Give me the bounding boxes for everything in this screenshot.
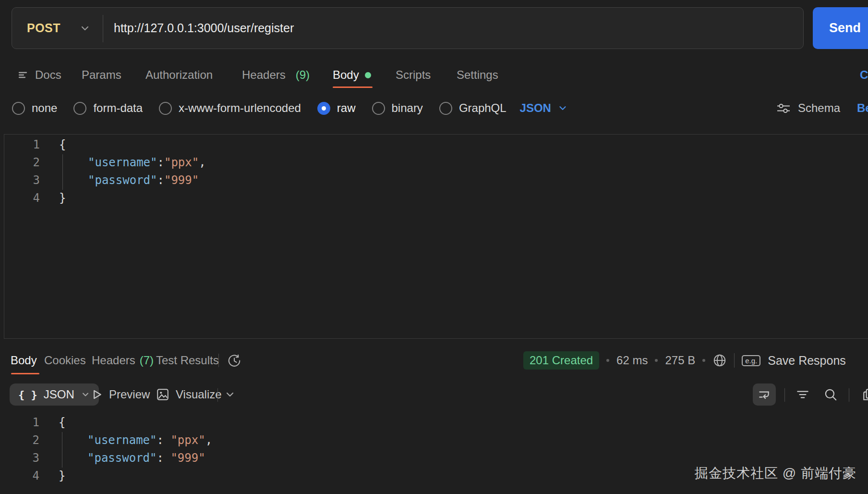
radio-none[interactable]: none bbox=[12, 101, 57, 115]
code-text: } bbox=[59, 189, 66, 207]
radio-raw-selected[interactable]: raw bbox=[317, 101, 356, 115]
code-text: } bbox=[59, 467, 65, 485]
code-text: "password": "999" bbox=[59, 449, 205, 467]
response-tab-headers[interactable]: Headers(7) bbox=[92, 347, 154, 373]
tab-docs[interactable]: Docs bbox=[17, 62, 61, 87]
radio-form-data[interactable]: form-data bbox=[73, 101, 143, 115]
code-text: "username": "ppx", bbox=[59, 432, 212, 449]
response-tab-test-results[interactable]: Test Results bbox=[156, 347, 219, 373]
response-tab-body[interactable]: Body bbox=[11, 347, 37, 373]
dot-separator bbox=[606, 359, 609, 362]
response-format-select[interactable]: { } JSON bbox=[10, 383, 99, 406]
cookies-link[interactable]: C bbox=[860, 62, 868, 87]
body-type-selector: none form-data x-www-form-urlencoded raw… bbox=[12, 95, 568, 121]
tab-headers-label: Headers bbox=[242, 68, 286, 82]
line-number: 3 bbox=[4, 449, 39, 467]
response-tab-body-label: Body bbox=[11, 354, 37, 367]
tab-settings[interactable]: Settings bbox=[457, 62, 498, 87]
status-badge: 201 Created bbox=[523, 351, 599, 370]
preview-label: Preview bbox=[109, 388, 150, 401]
more-views-dropdown[interactable] bbox=[224, 382, 236, 407]
example-icon: e.g. bbox=[742, 355, 760, 366]
network-globe-icon[interactable] bbox=[712, 353, 727, 368]
raw-format-select[interactable]: JSON bbox=[520, 101, 568, 115]
code-line-3: 3 "password":"999" bbox=[4, 172, 868, 189]
tab-scripts[interactable]: Scripts bbox=[396, 62, 431, 87]
play-icon bbox=[90, 388, 103, 401]
response-status-bar: 201 Created 62 ms 275 B e.g. Save Respon… bbox=[523, 347, 846, 373]
response-history-button[interactable] bbox=[227, 347, 241, 373]
schema-button[interactable]: Schema bbox=[776, 95, 840, 121]
wrap-text-button[interactable] bbox=[753, 383, 776, 406]
divider bbox=[217, 388, 218, 402]
chevron-down-icon bbox=[557, 103, 568, 113]
response-tab-test-results-label: Test Results bbox=[156, 354, 219, 367]
dot-separator bbox=[702, 359, 705, 362]
active-tab-underline bbox=[333, 86, 373, 88]
tab-headers[interactable]: Headers(9) bbox=[242, 62, 310, 87]
code-text: "username":"ppx", bbox=[59, 154, 206, 172]
code-text: { bbox=[59, 414, 65, 432]
visualize-label: Visualize bbox=[176, 388, 222, 401]
line-number: 1 bbox=[4, 414, 39, 432]
tab-body[interactable]: Body bbox=[333, 62, 371, 87]
radio-binary-label: binary bbox=[392, 101, 423, 115]
url-bar: POST http://127.0.0.1:3000/user/register bbox=[12, 7, 804, 49]
filter-button[interactable] bbox=[791, 383, 814, 406]
radio-circle-icon bbox=[159, 102, 172, 115]
request-body-editor[interactable]: 1 { 2 "username":"ppx", 3 "password":"99… bbox=[4, 134, 868, 339]
tab-scripts-label: Scripts bbox=[396, 68, 431, 82]
code-line-4: 4 } bbox=[4, 189, 868, 207]
code-line-1: 1 { bbox=[4, 414, 868, 432]
radio-binary[interactable]: binary bbox=[372, 101, 423, 115]
radio-graphql[interactable]: GraphQL bbox=[439, 101, 506, 115]
tab-authorization[interactable]: Authorization bbox=[145, 62, 213, 87]
visualize-button[interactable]: Visualize bbox=[156, 382, 222, 407]
docs-icon bbox=[17, 69, 29, 81]
indent-guide bbox=[62, 432, 62, 468]
send-button[interactable]: Send bbox=[813, 7, 868, 49]
dot-separator bbox=[655, 359, 658, 362]
beautify-label: Be bbox=[857, 101, 868, 115]
image-icon bbox=[156, 388, 169, 401]
response-format-value: JSON bbox=[44, 388, 74, 401]
chevron-down-icon bbox=[81, 390, 90, 399]
method-select[interactable]: POST bbox=[12, 8, 103, 49]
radio-x-www-form-urlencoded[interactable]: x-www-form-urlencoded bbox=[159, 101, 301, 115]
response-size: 275 B bbox=[665, 354, 695, 367]
preview-button[interactable]: Preview bbox=[90, 382, 150, 407]
tab-docs-label: Docs bbox=[35, 68, 61, 82]
divider bbox=[734, 353, 735, 368]
radio-graphql-label: GraphQL bbox=[459, 101, 506, 115]
send-button-label: Send bbox=[829, 21, 861, 36]
radio-none-label: none bbox=[32, 101, 57, 115]
divider bbox=[784, 388, 785, 402]
request-code: 1 { 2 "username":"ppx", 3 "password":"99… bbox=[4, 136, 868, 207]
response-tab-headers-label: Headers bbox=[92, 354, 135, 367]
indent-guide bbox=[62, 154, 63, 190]
radio-circle-icon bbox=[372, 102, 385, 115]
tab-authorization-label: Authorization bbox=[145, 68, 213, 82]
radio-raw-label: raw bbox=[337, 101, 356, 115]
copy-button[interactable] bbox=[857, 383, 868, 406]
line-number: 1 bbox=[4, 136, 40, 154]
tab-body-label: Body bbox=[333, 68, 359, 82]
save-response-button[interactable]: Save Respons bbox=[768, 354, 846, 368]
divider bbox=[218, 354, 219, 367]
response-tab-cookies[interactable]: Cookies bbox=[44, 347, 86, 373]
postman-request-view: POST http://127.0.0.1:3000/user/register… bbox=[0, 0, 868, 494]
line-number: 4 bbox=[4, 189, 40, 207]
beautify-link[interactable]: Be bbox=[857, 95, 868, 121]
url-input[interactable]: http://127.0.0.1:3000/user/register bbox=[114, 8, 294, 49]
tab-settings-label: Settings bbox=[457, 68, 498, 82]
code-line-2: 2 "username": "ppx", bbox=[4, 432, 868, 449]
code-line-1: 1 { bbox=[4, 136, 868, 154]
response-time: 62 ms bbox=[616, 354, 648, 367]
tab-params[interactable]: Params bbox=[82, 62, 121, 87]
divider bbox=[849, 388, 849, 402]
raw-format-value: JSON bbox=[520, 101, 551, 115]
search-button[interactable] bbox=[819, 383, 842, 406]
code-text: "password":"999" bbox=[59, 172, 199, 189]
cookies-link-label: C bbox=[860, 68, 868, 82]
line-number: 2 bbox=[4, 154, 40, 172]
